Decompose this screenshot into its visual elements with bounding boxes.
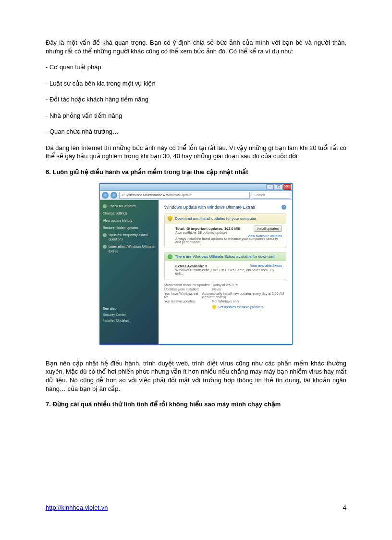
status-label: Updates were installed: [164,288,212,291]
updates-note: Always install the latest updates to enh… [175,237,282,244]
warning-paragraph: Đã đăng lên Internet thì những bức ảnh n… [46,144,346,161]
arrow-icon [103,204,107,208]
sidebar-item-label: Restore hidden updates [103,226,138,230]
sidebar-item-label: Check for updates [109,204,136,208]
view-updates-link[interactable]: View available updates [248,234,282,238]
navigation-bar: ‹ › « System and Maintenance ▸ Windows U… [100,191,292,200]
updates-box-title: Download and install updates for your co… [175,216,256,221]
sidebar-item-label: View update history [103,218,132,223]
sidebar-item-label: Updates: frequently asked questions [109,233,156,241]
intro-paragraph: Đây là một vấn đề khá quan trọng. Bạn có… [46,38,346,55]
sidebar-restore-hidden[interactable]: Restore hidden updates [103,226,156,230]
seealso-heading: See also [103,306,156,311]
status-label: Most recent check for updates: [164,283,212,287]
main-title: Windows Update with Windows Ultimate Ext… [164,205,255,210]
updates-box: Download and install updates for your co… [164,213,286,248]
extras-box: There are Windows Ultimate Extras availa… [164,252,286,279]
minimize-button[interactable]: – [266,184,274,190]
shield-icon [212,305,216,310]
bullet-item: - Luật sư của bên kia trong một vụ kiện [46,79,346,88]
install-updates-button[interactable]: Install updates [254,226,282,232]
status-value: Today at 2:53 PM [212,283,238,287]
sidebar-extras[interactable]: Learn about Windows Ultimate Extras [103,244,156,253]
status-label: You have Windows set to: [164,292,202,299]
bullet-item: - Nhà phỏng vấn tiềm năng [46,112,346,120]
extras-icon [168,254,172,259]
sidebar-change-settings[interactable]: Change settings [103,211,156,215]
sidebar-item-label: Learn about Windows Ultimate Extras [109,244,156,253]
section-heading-6: 6. Luôn giữ hệ điều hành và phần mềm tro… [46,168,346,176]
maximize-button[interactable]: ▢ [275,184,282,190]
bullet-item: - Quan chức nhà trường… [46,127,346,136]
status-value: Automatically install new updates every … [202,292,286,299]
section-heading-7: 7. Đừng cài quá nhiều thứ linh tinh để r… [46,401,346,408]
status-label: You receive updates: [164,300,212,303]
extras-list: Windows DreamScene, Hold Em Poker Game, … [175,268,282,275]
close-button[interactable]: ✕ [283,184,291,190]
get-more-updates-link[interactable]: Get updates for more products [212,305,286,310]
main-content: Windows Update with Windows Ultimate Ext… [159,200,292,344]
breadcrumb[interactable]: « System and Maintenance ▸ Windows Updat… [119,192,250,199]
seealso-installed-updates[interactable]: Installed Updates [103,318,156,323]
get-updates-label: Get updates for more products [218,305,263,309]
view-extras-link[interactable]: View available Extras [250,264,282,267]
page-number: 4 [343,504,346,511]
extras-icon [103,245,107,249]
status-value: For Windows only. [212,300,240,303]
status-block: Most recent check for updates:Today at 2… [164,283,286,310]
footer-link[interactable]: http://kinhhoa.violet.vn [46,504,108,511]
sidebar-check-updates[interactable]: Check for updates [103,204,156,208]
sidebar-item-label: Change settings [103,211,127,215]
back-button[interactable]: ‹ [102,192,109,199]
update-advice-paragraph: Bạn nên cập nhật hệ điều hành, trình duy… [46,359,346,393]
forward-button[interactable]: › [110,192,117,199]
bullet-item: - Cơ quan luật pháp [46,63,346,72]
status-value: Never [212,288,221,291]
windows-update-screenshot: – ▢ ✕ ‹ › « System and Maintenance ▸ Win… [46,183,346,345]
help-icon [103,233,107,237]
seealso-security-center[interactable]: Security Center [103,313,156,317]
window-titlebar: – ▢ ✕ [100,184,292,191]
sidebar: Check for updates Change settings View u… [100,200,159,344]
sidebar-faq[interactable]: Updates: frequently asked questions [103,233,156,241]
sidebar-view-history[interactable]: View update history [103,218,156,223]
shield-icon [168,216,172,222]
bullet-item: - Đối tác hoặc khách hàng tiềm năng [46,95,346,104]
search-input[interactable]: Search [252,192,290,199]
help-icon[interactable]: ? [282,205,286,210]
extras-box-title: There are Windows Ultimate Extras availa… [175,254,275,259]
